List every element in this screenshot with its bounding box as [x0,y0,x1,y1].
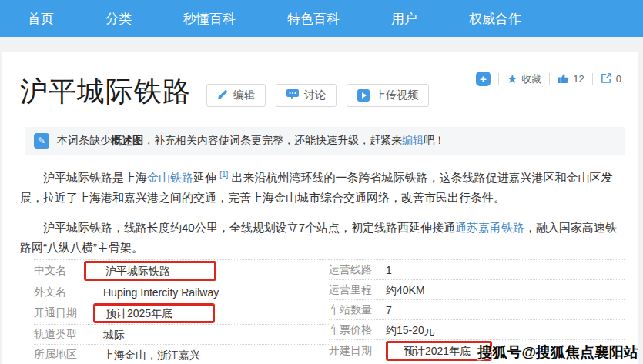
nav-item-featured-baike[interactable]: 特色百科 [287,10,340,28]
upload-video-button-label: 上传视频 [375,88,418,102]
like-button[interactable]: 12 [558,72,584,86]
paragraph-2: 沪平城际铁路，线路长度约40公里，全线规划设立7个站点，初定线路西延伸接通通苏嘉… [20,218,625,258]
page-background-gap [0,37,643,52]
paragraph-text: 延伸 [193,171,219,184]
infobox-value: 城际 [103,329,125,341]
pencil-icon [217,89,228,102]
notice-middle: ，补充相关内容使词条更完整，还能快速升级，赶紧来 [143,134,402,146]
reference-1-link[interactable]: [1] [219,170,228,179]
notice-bar: ✎ 本词条缺少概述图，补充相关内容使词条更完整，还能快速升级，赶紧来编辑吧！ [25,127,625,155]
link-jinshan-railway[interactable]: 金山铁路 [147,171,193,184]
share-icon [601,72,612,86]
infobox-value: 上海金山，浙江嘉兴 [103,349,200,361]
infobox-label: 所属地区 [34,348,103,362]
chat-bubble-icon [286,88,299,102]
plus-icon[interactable]: + [476,72,491,86]
discuss-button-label: 讨论 [304,88,326,102]
divider [549,73,550,85]
infobox-label: 开建日期 [329,344,386,358]
infobox-value-highlighted: 预计2025年底 [93,303,215,323]
nav-item-users[interactable]: 用户 [391,10,417,28]
title-actions: 编辑 讨论 上传视频 [206,84,429,107]
paragraph-text: 沪平城际铁路，线路长度约40公里，全线规划设立7个站点，初定线路西延伸接通 [43,221,455,234]
infobox-label: 外文名 [34,286,103,299]
favorite-button[interactable]: ★ 收藏 [507,72,541,86]
infobox-row: 所属地区 上海金山，浙江嘉兴 [34,345,329,364]
top-navbar: 首页 分类 秒懂百科 特色百科 用户 权威合作 [0,0,643,37]
infobox-row: 运营里程 约40KM [329,280,625,300]
infobox-value-highlighted: 预计2021年底 [386,341,492,361]
infobox-label: 运营里程 [329,283,386,297]
infobox: 中文名 沪平城际铁路 外文名 Huping Intercity Railway … [34,259,625,364]
infobox-value: 约15-20元 [386,324,435,336]
nav-item-miaodong-baike[interactable]: 秒懂百科 [183,10,236,28]
share-count: 0 [616,73,621,85]
favorite-label: 收藏 [521,72,541,86]
infobox-row: 车站数量 7 [329,300,625,320]
notice-bold-term: 概述图 [111,134,143,146]
infobox-label: 车票价格 [329,323,386,337]
infobox-value: 约40KM [386,284,425,296]
link-tongsujiayong-railway[interactable]: 通苏嘉甬铁路 [455,221,524,234]
infobox-value: 7 [386,304,392,316]
infobox-label: 运营线路 [329,263,386,277]
social-bar: + ★ 收藏 12 0 [476,72,621,86]
infobox-value: 1 [386,264,392,276]
nav-item-authority-cooperation[interactable]: 权威合作 [469,10,521,28]
infobox-row: 车票价格 约15-20元 [329,320,625,340]
paragraph-text: 沪平城际铁路是上海 [43,171,147,184]
edit-button-label: 编辑 [233,88,255,102]
page-title: 沪平城际铁路 [20,73,191,110]
nav-item-home[interactable]: 首页 [28,10,54,28]
infobox-right-column: 运营线路 1 运营里程 约40KM 车站数量 7 车票价格 约15-20元 开建… [329,259,625,364]
pencil-icon: ✎ [34,133,49,149]
divider [592,73,593,85]
article-card: 沪平城际铁路 编辑 讨论 上传视频 + ★ 收藏 [2,52,638,364]
upload-video-button[interactable]: 上传视频 [347,84,429,107]
infobox-label: 轨道类型 [34,328,103,342]
share-button[interactable]: 0 [601,72,621,86]
discuss-button[interactable]: 讨论 [276,84,337,107]
infobox-row: 轨道类型 城际 [34,325,329,345]
notice-prefix: 本词条缺少 [57,134,111,146]
divider [498,73,499,85]
nav-item-categories[interactable]: 分类 [105,10,132,28]
infobox-row: 开通日期 预计2025年底 [34,302,329,325]
paragraph-1: 沪平城际铁路是上海金山铁路延伸 [1] 出来沿杭州湾环线的一条跨省城际铁路，这条… [20,165,625,208]
infobox-row: 中文名 沪平城际铁路 [34,260,329,282]
notice-suffix: 吧！ [424,134,445,146]
edit-button[interactable]: 编辑 [206,84,266,107]
notice-text: 本词条缺少概述图，补充相关内容使词条更完整，还能快速升级，赶紧来编辑吧！ [57,134,445,148]
thumb-up-icon [558,72,569,86]
infobox-value-highlighted: 沪平城际铁路 [84,261,216,281]
play-icon [357,89,370,102]
infobox-row: 开建日期 预计2021年底 [329,340,625,362]
infobox-value: Huping Intercity Railway [103,286,219,299]
star-icon: ★ [507,73,517,85]
infobox-left-column: 中文名 沪平城际铁路 外文名 Huping Intercity Railway … [34,259,329,364]
infobox-row: 外文名 Huping Intercity Railway [34,282,329,302]
like-count: 12 [573,73,584,85]
infobox-row: 运营线路 1 [329,260,625,280]
notice-edit-link[interactable]: 编辑 [402,134,424,146]
infobox-label: 车站数量 [329,303,386,317]
